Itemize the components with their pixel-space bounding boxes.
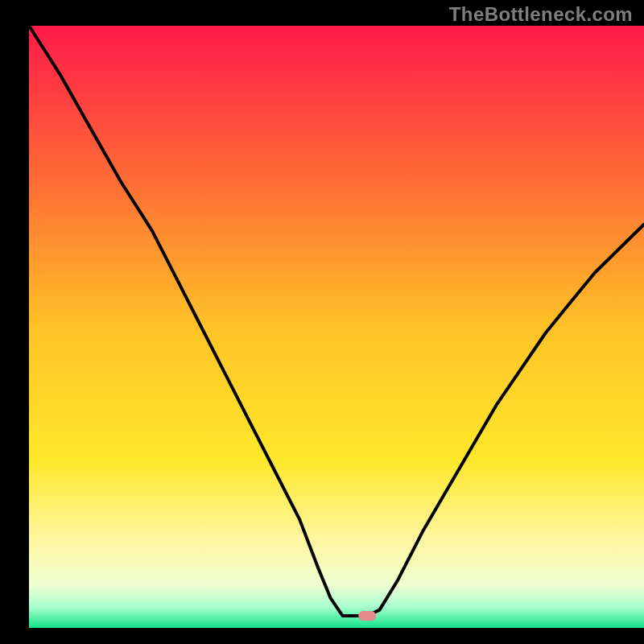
plot-area — [29, 26, 644, 628]
watermark-label: TheBottleneck.com — [449, 3, 633, 26]
optimal-marker — [358, 611, 376, 621]
bottleneck-chart: TheBottleneck.com — [0, 0, 644, 644]
chart-svg — [0, 0, 644, 644]
